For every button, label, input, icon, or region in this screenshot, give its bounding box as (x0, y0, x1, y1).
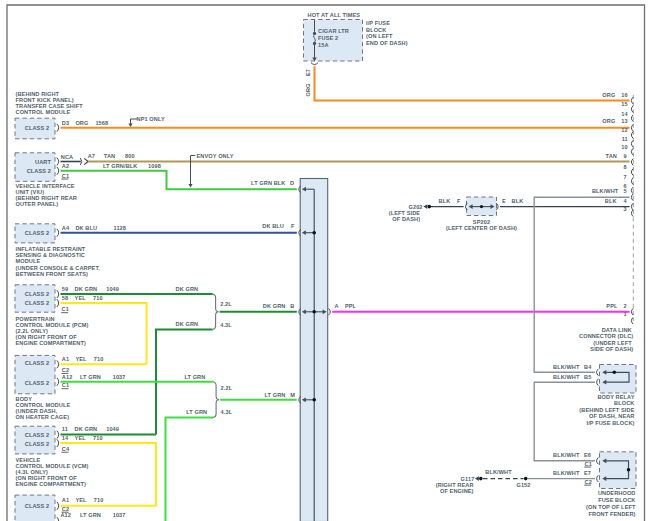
svg-text:BLK: BLK (512, 198, 524, 204)
svg-text:LT GRN: LT GRN (264, 392, 285, 398)
svg-text:LT GRN: LT GRN (186, 409, 207, 415)
svg-text:E7: E7 (305, 69, 311, 76)
svg-text:G152: G152 (516, 482, 530, 488)
svg-text:LT GRN: LT GRN (80, 374, 101, 380)
svg-text:CLASS 2: CLASS 2 (25, 360, 49, 366)
svg-text:CLASS 2: CLASS 2 (25, 432, 49, 438)
svg-text:YEL: YEL (75, 295, 87, 301)
svg-text:F: F (457, 198, 461, 204)
svg-text:G202: G202 (409, 204, 423, 210)
svg-text:UART: UART (35, 159, 51, 165)
svg-text:B: B (290, 303, 294, 309)
svg-text:OF DASH, NEAR: OF DASH, NEAR (589, 413, 634, 419)
svg-text:CLASS 2: CLASS 2 (25, 300, 49, 306)
svg-text:710: 710 (94, 497, 104, 503)
svg-text:C2: C2 (62, 367, 69, 373)
svg-text:CLASS 2: CLASS 2 (25, 125, 49, 131)
svg-text:7: 7 (624, 174, 627, 180)
svg-text:C4: C4 (62, 446, 70, 452)
svg-text:B5: B5 (584, 374, 591, 380)
svg-text:14: 14 (621, 111, 628, 117)
svg-text:A7: A7 (88, 153, 95, 159)
svg-text:BETWEEN FRONT SEATS): BETWEEN FRONT SEATS) (16, 271, 88, 277)
svg-text:END OF DASH): END OF DASH) (366, 40, 408, 46)
svg-text:YEL: YEL (75, 356, 87, 362)
svg-text:TAN: TAN (606, 153, 617, 159)
svg-text:710: 710 (93, 435, 103, 441)
svg-text:C1: C1 (62, 382, 69, 388)
svg-text:PPL: PPL (606, 303, 618, 309)
svg-text:BLK/WHT: BLK/WHT (592, 188, 619, 194)
svg-text:CLASS 2: CLASS 2 (25, 380, 49, 386)
svg-text:UNDERHOOD: UNDERHOOD (598, 490, 636, 496)
svg-text:5: 5 (624, 188, 627, 194)
svg-text:A1: A1 (62, 497, 69, 503)
svg-text:15A: 15A (318, 42, 329, 48)
svg-text:OUTER PANEL): OUTER PANEL) (16, 201, 59, 207)
svg-text:A2: A2 (62, 163, 69, 169)
svg-text:DK BLU: DK BLU (262, 223, 284, 229)
svg-text:(ON LEFT: (ON LEFT (366, 33, 393, 39)
svg-text:PPL: PPL (345, 303, 357, 309)
svg-text:ORG: ORG (305, 83, 311, 96)
svg-text:A: A (335, 303, 339, 309)
svg-text:ORG: ORG (602, 92, 615, 98)
svg-text:LT GRN: LT GRN (184, 374, 205, 380)
svg-text:G117: G117 (461, 476, 475, 482)
svg-text:(BEHIND LEFT SIDE: (BEHIND LEFT SIDE (579, 407, 634, 413)
svg-text:1049: 1049 (106, 426, 119, 432)
svg-text:(UNDER DASH,: (UNDER DASH, (16, 408, 58, 414)
svg-text:E: E (502, 198, 506, 204)
svg-text:15: 15 (621, 101, 627, 107)
svg-text:BLOCK: BLOCK (366, 27, 386, 33)
svg-text:CLASS 2: CLASS 2 (25, 503, 49, 509)
svg-text:A12: A12 (62, 374, 73, 380)
svg-text:(ON TOP OF LEFT: (ON TOP OF LEFT (586, 504, 636, 510)
svg-text:ENVOY ONLY: ENVOY ONLY (197, 153, 234, 159)
svg-text:C1: C1 (62, 173, 69, 179)
svg-text:800: 800 (125, 153, 135, 159)
svg-text:D: D (290, 180, 294, 186)
svg-text:4.3L: 4.3L (220, 322, 232, 328)
svg-text:(RIGHT REAR: (RIGHT REAR (436, 482, 474, 488)
svg-text:CLASS 2: CLASS 2 (25, 230, 49, 236)
svg-text:ON HEATER CAGE): ON HEATER CAGE) (16, 414, 70, 420)
svg-text:1: 1 (624, 311, 627, 317)
svg-text:58: 58 (62, 295, 68, 301)
svg-text:DK BLU: DK BLU (75, 225, 97, 231)
svg-text:FRONT FENDER): FRONT FENDER) (589, 511, 636, 517)
svg-text:I/P FUSE: I/P FUSE (366, 20, 390, 26)
svg-text:BLK/WHT: BLK/WHT (553, 364, 580, 370)
svg-text:8: 8 (624, 164, 627, 170)
svg-text:710: 710 (94, 356, 104, 362)
svg-text:BLK/WHT: BLK/WHT (553, 470, 580, 476)
svg-text:4.3L: 4.3L (221, 409, 233, 415)
svg-text:OF ENGINE): OF ENGINE) (440, 488, 474, 494)
svg-text:NCA: NCA (61, 154, 73, 160)
svg-text:DK GRN: DK GRN (75, 426, 98, 432)
svg-text:SIDE OF DASH): SIDE OF DASH) (590, 346, 633, 352)
svg-text:A12: A12 (60, 512, 71, 518)
svg-text:BLOCK: BLOCK (614, 400, 634, 406)
svg-text:11: 11 (62, 426, 68, 432)
svg-text:FUSE 2: FUSE 2 (318, 35, 338, 41)
svg-text:13: 13 (621, 118, 627, 124)
svg-text:E7: E7 (584, 470, 591, 476)
svg-text:1037: 1037 (113, 374, 126, 380)
svg-text:12: 12 (621, 127, 627, 133)
svg-text:1568: 1568 (95, 120, 108, 126)
svg-text:2.2L: 2.2L (221, 385, 233, 391)
svg-text:ORG: ORG (602, 118, 615, 124)
svg-text:A1: A1 (62, 356, 69, 362)
svg-text:A4: A4 (62, 225, 70, 231)
svg-text:CLASS 2: CLASS 2 (25, 441, 49, 447)
svg-text:CLASS 2: CLASS 2 (27, 168, 51, 174)
svg-text:1049: 1049 (106, 286, 119, 292)
svg-text:LT GRN/BLK: LT GRN/BLK (103, 163, 137, 169)
svg-text:DK GRN: DK GRN (176, 321, 199, 327)
svg-text:F: F (291, 223, 295, 229)
svg-text:1037: 1037 (113, 512, 126, 518)
svg-text:16: 16 (621, 92, 627, 98)
svg-text:M: M (290, 392, 295, 398)
svg-text:CONTROL MODULE: CONTROL MODULE (16, 402, 71, 408)
